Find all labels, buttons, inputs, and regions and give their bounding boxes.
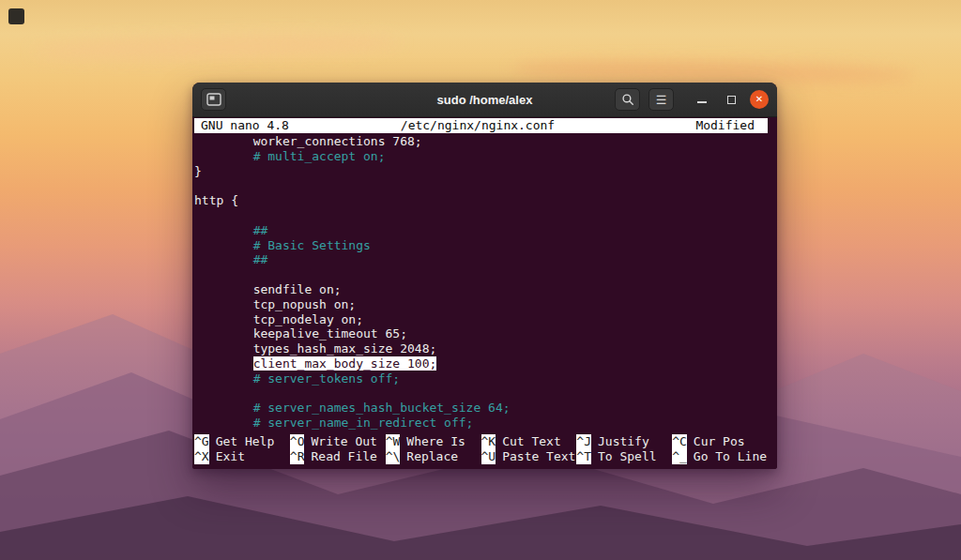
shortcut-label: To Spell xyxy=(598,449,657,464)
shortcut-key: ^X xyxy=(194,449,209,464)
editor-line: # multi_accept on; xyxy=(194,149,768,164)
shortcut-label: Get Help xyxy=(216,434,275,449)
new-window-button[interactable] xyxy=(201,88,226,111)
menu-button[interactable]: ☰ xyxy=(648,88,674,111)
terminal-content[interactable]: GNU nano 4.8 /etc/nginx/nginx.conf Modif… xyxy=(192,117,777,469)
editor-line: # server_names_hash_bucket_size 64; xyxy=(194,401,768,416)
shortcut-label: Go To Line xyxy=(694,449,767,464)
editor-line: # Basic Settings xyxy=(194,238,768,253)
nano-shortcut: ^JJustify xyxy=(576,434,672,449)
shortcut-key: ^R xyxy=(290,449,305,464)
nano-shortcut: ^_Go To Line xyxy=(672,449,768,464)
editor-line xyxy=(194,208,768,223)
minimize-button[interactable] xyxy=(692,89,712,110)
shortcut-label: Read File xyxy=(311,449,376,464)
desktop-background: sudo /home/alex ☰ ✕ xyxy=(0,0,961,560)
nano-shortcut: ^\Replace xyxy=(386,449,481,464)
shortcut-label: Paste Text xyxy=(502,449,575,464)
editor-line: ## xyxy=(194,223,768,238)
titlebar[interactable]: sudo /home/alex ☰ ✕ xyxy=(192,83,777,117)
shortcut-label: Exit xyxy=(216,449,245,464)
shortcut-row: ^GGet Help^OWrite Out^WWhere Is^KCut Tex… xyxy=(194,434,768,449)
editor-line: http { xyxy=(194,193,768,208)
editor-line: keepalive_timeout 65; xyxy=(194,326,768,341)
shortcut-key: ^T xyxy=(576,449,591,464)
hamburger-icon: ☰ xyxy=(656,94,667,106)
nano-shortcut: ^XExit xyxy=(194,449,290,464)
editor-line: tcp_nopush on; xyxy=(194,297,768,312)
shortcut-key: ^K xyxy=(481,434,496,449)
shortcut-key: ^O xyxy=(290,434,305,449)
editor-line: # server_tokens off; xyxy=(194,371,768,386)
titlebar-controls: ☰ ✕ xyxy=(615,88,769,111)
shortcut-key: ^C xyxy=(672,434,687,449)
cloud xyxy=(34,31,400,63)
shortcut-label: Replace xyxy=(406,449,458,464)
shortcut-key: ^J xyxy=(576,434,591,449)
editor-line: client_max_body_size 100; xyxy=(194,356,768,371)
shortcut-label: Where Is xyxy=(406,434,465,449)
nano-status: Modified xyxy=(591,118,768,133)
nano-shortcut: ^KCut Text xyxy=(481,434,577,449)
close-icon: ✕ xyxy=(755,95,763,104)
editor-line: worker_connections 768; xyxy=(194,134,768,149)
nano-shortcut: ^TTo Spell xyxy=(576,449,672,464)
shortcut-label: Write Out xyxy=(311,434,376,449)
editor-line: sendfile on; xyxy=(194,282,768,297)
shortcut-key: ^_ xyxy=(672,449,687,464)
maximize-button[interactable] xyxy=(721,89,741,110)
search-button[interactable] xyxy=(615,88,640,111)
nano-shortcut: ^WWhere Is xyxy=(386,434,481,449)
nano-shortcut: ^RRead File xyxy=(290,449,386,464)
shortcut-label: Justify xyxy=(598,434,649,449)
editor-line: } xyxy=(194,164,768,179)
shortcut-label: Cur Pos xyxy=(694,434,745,449)
nano-version: GNU nano 4.8 xyxy=(194,118,364,133)
editor-line: types_hash_max_size 2048; xyxy=(194,341,768,356)
shortcut-key: ^U xyxy=(481,449,496,464)
shortcut-key: ^\ xyxy=(386,449,401,464)
editor-line: tcp_nodelay on; xyxy=(194,312,768,327)
nano-filename: /etc/nginx/nginx.conf xyxy=(364,118,592,133)
shortcut-key: ^G xyxy=(194,434,209,449)
editor-line xyxy=(194,267,768,282)
editor-lines: worker_connections 768; # multi_accept o… xyxy=(194,133,768,432)
shortcut-label: Cut Text xyxy=(502,434,561,449)
minimize-icon xyxy=(697,101,707,103)
editor-line: # server_name_in_redirect off; xyxy=(194,416,768,431)
new-window-icon xyxy=(206,93,221,106)
nano-titlebar: GNU nano 4.8 /etc/nginx/nginx.conf Modif… xyxy=(194,118,768,133)
desktop-corner-icon xyxy=(8,8,24,24)
terminal-window: sudo /home/alex ☰ ✕ xyxy=(192,83,777,469)
shortcut-key: ^W xyxy=(386,434,401,449)
nano-shortcut: ^CCur Pos xyxy=(672,434,768,449)
close-button[interactable]: ✕ xyxy=(750,90,769,109)
nano-shortcut: ^GGet Help xyxy=(194,434,290,449)
nano-shortcut: ^UPaste Text xyxy=(481,449,577,464)
nano-shortcut: ^OWrite Out xyxy=(290,434,386,449)
editor-line xyxy=(194,386,768,401)
nano-shortcuts: ^GGet Help^OWrite Out^WWhere Is^KCut Tex… xyxy=(194,432,768,464)
shortcut-row: ^XExit^RRead File^\Replace^UPaste Text^T… xyxy=(194,449,768,464)
editor-line: ## xyxy=(194,252,768,267)
editor-line xyxy=(194,178,768,193)
maximize-icon xyxy=(727,96,736,104)
search-icon xyxy=(621,93,634,106)
